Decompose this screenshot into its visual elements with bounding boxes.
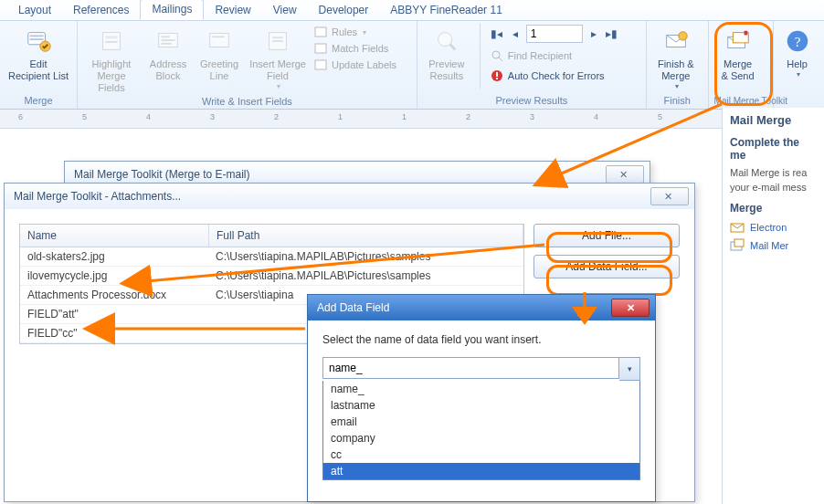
add-file-button[interactable]: Add File... [533, 224, 680, 247]
last-record-button[interactable]: ▸▮ [605, 26, 619, 41]
col-header-path[interactable]: Full Path [209, 225, 523, 247]
table-row[interactable]: ilovemycycle.jpgC:\Users\tiapina.MAPILAB… [20, 267, 523, 286]
ruler-mark: 2 [466, 112, 470, 121]
add-data-field-dialog: Add Data Field ✕ Select the name of data… [307, 294, 656, 502]
horizontal-ruler: 65432112345 [0, 110, 802, 128]
first-record-button[interactable]: ▮◂ [490, 26, 504, 41]
match-fields-button: Match Fields [313, 41, 396, 56]
tab-review[interactable]: Review [204, 1, 261, 20]
table-row[interactable]: old-skaters2.jpgC:\Users\tiapina.MAPILAB… [20, 247, 523, 267]
tab-view[interactable]: View [262, 1, 308, 20]
highlight-icon [97, 26, 126, 56]
svg-rect-6 [105, 41, 117, 43]
svg-rect-35 [734, 239, 744, 247]
cell-name: Attachments Processor.docx [20, 286, 208, 304]
help-label: Help [787, 58, 808, 70]
svg-rect-14 [272, 37, 282, 38]
svg-rect-12 [213, 36, 225, 37]
ruler-mark: 4 [146, 112, 151, 121]
ribbon: Edit Recipient List Merge Highlight Merg… [0, 21, 824, 110]
ruler-mark: 1 [402, 112, 407, 121]
data-field-combo-input[interactable] [322, 357, 619, 379]
finish-merge-button[interactable]: Finish & Merge▾ [652, 23, 700, 90]
svg-text:?: ? [794, 35, 800, 49]
ruler-row: 65432112345 [0, 110, 824, 129]
find-recipient-button: Find Recipient [490, 48, 619, 63]
taskpane-link-electronic[interactable]: Electron [730, 220, 817, 235]
auto-check-errors-button[interactable]: Auto Check for Errors [490, 68, 619, 83]
dropdown-option[interactable]: lastname [323, 397, 639, 414]
cell-path: C:\Users\tiapina.MAPILAB\Pictures\sample… [208, 267, 523, 285]
insert-field-label: Insert Merge Field [249, 58, 306, 82]
combo-dropdown-button[interactable]: ▾ [619, 357, 640, 381]
svg-rect-5 [105, 36, 117, 38]
insert-merge-field-button: Insert Merge Field▾ [248, 23, 308, 90]
dropdown-option[interactable]: name_ [323, 381, 639, 397]
svg-line-20 [450, 45, 456, 50]
insert-field-icon [263, 26, 292, 56]
svg-rect-17 [315, 44, 326, 53]
svg-rect-1 [30, 35, 44, 37]
dropdown-option[interactable]: cc [323, 446, 639, 463]
ruler-mark: 5 [82, 112, 87, 121]
ruler-mark: 5 [658, 112, 662, 121]
greeting-label: Greeting Line [200, 58, 238, 82]
ruler-mark: 4 [594, 112, 598, 121]
dlg3-close-button[interactable]: ✕ [611, 299, 650, 317]
update-labels-button: Update Labels [313, 58, 396, 72]
svg-rect-8 [162, 36, 170, 37]
tab-abbyy[interactable]: ABBYY FineReader 11 [379, 1, 513, 20]
edit-recipient-list-button[interactable]: Edit Recipient List [5, 23, 71, 82]
record-number-input[interactable] [526, 25, 583, 43]
ruler-mark: 3 [210, 112, 215, 121]
prev-record-button[interactable]: ◂ [508, 26, 523, 41]
dropdown-option[interactable]: att [323, 463, 639, 479]
tab-developer[interactable]: Developer [308, 1, 380, 20]
cell-path: C:\Users\tiapina.MAPILAB\Pictures\sample… [208, 247, 523, 266]
address-icon [153, 26, 183, 56]
address-label: Address Block [150, 58, 186, 82]
dlg1-close-button[interactable]: ✕ [606, 165, 644, 184]
recipients-icon [24, 26, 53, 56]
dlg1-title: Mail Merge Toolkit (Merge to E-mail) [74, 168, 250, 181]
taskpane-title: Mail Merge [730, 113, 817, 127]
edit-recipient-label: Edit Recipient List [8, 58, 69, 82]
svg-point-21 [492, 51, 500, 58]
svg-rect-10 [162, 43, 172, 45]
dropdown-option[interactable]: email [323, 414, 639, 430]
cell-name: FIELD"att" [20, 305, 208, 323]
help-icon: ? [783, 26, 812, 56]
col-header-name[interactable]: Name [20, 225, 209, 247]
group-merge-label: Merge [5, 93, 71, 109]
dlg2-close-button[interactable]: ✕ [650, 187, 689, 205]
mail-merge-task-pane: Mail Merge Complete the me Mail Merge is… [722, 108, 824, 504]
preview-icon [432, 26, 461, 56]
address-block-button: Address Block [145, 23, 191, 82]
dlg2-title: Mail Merge Toolkit - Attachments... [14, 190, 181, 203]
svg-rect-11 [210, 34, 229, 47]
taskpane-link-mail-merge-toolkit[interactable]: Mail Mer [730, 238, 817, 253]
ruler-mark: 2 [274, 112, 279, 121]
taskpane-section-merge: Merge [730, 202, 817, 215]
help-button[interactable]: ? Help▾ [779, 23, 816, 79]
cell-name: FIELD"cc" [20, 324, 208, 342]
add-data-field-button[interactable]: Add Data Field... [533, 255, 680, 278]
greeting-line-button: Greeting Line [196, 23, 242, 82]
tab-mailings[interactable]: Mailings [140, 0, 204, 20]
toolkit-icon [730, 238, 745, 253]
cell-name: ilovemycycle.jpg [20, 267, 208, 285]
svg-rect-24 [496, 72, 498, 77]
preview-label: Preview Results [428, 58, 464, 82]
highlight-merge-fields-button: Highlight Merge Fields [83, 23, 140, 94]
svg-point-19 [438, 33, 451, 47]
tab-references[interactable]: References [62, 1, 140, 20]
dropdown-option[interactable]: company [323, 430, 639, 446]
tab-layout[interactable]: Layout [7, 1, 62, 20]
svg-rect-18 [315, 60, 326, 69]
highlight-label: Highlight Merge Fields [83, 58, 140, 94]
svg-line-22 [499, 58, 502, 61]
next-record-button[interactable]: ▸ [586, 26, 601, 41]
ruler-mark: 3 [530, 112, 534, 121]
dlg3-title: Add Data Field [317, 301, 389, 314]
svg-rect-15 [272, 40, 282, 42]
